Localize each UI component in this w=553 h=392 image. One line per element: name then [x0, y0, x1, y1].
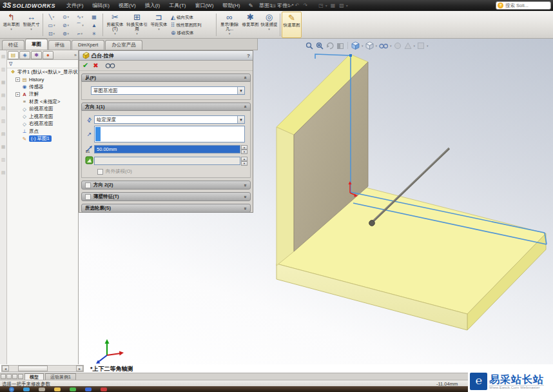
- menu-file[interactable]: 文件(F): [62, 2, 88, 9]
- menu-tools[interactable]: 工具(T): [164, 2, 190, 9]
- menu-help[interactable]: 帮助(H): [218, 2, 244, 9]
- spline-dropdown-icon[interactable]: ▾: [82, 15, 84, 19]
- draft-spinner[interactable]: ▲ ▼: [241, 157, 247, 165]
- options-dropdown-icon[interactable]: ▾: [346, 3, 348, 8]
- direction2-group-header[interactable]: 方向 2(2) »: [81, 181, 251, 190]
- select-dropdown-icon[interactable]: ▾: [325, 3, 327, 8]
- strip-icon[interactable]: ▤: [0, 128, 6, 141]
- tree-item-front-plane[interactable]: ◇ 前视基准面: [7, 106, 78, 113]
- tab-nav-first-button[interactable]: [1, 374, 6, 379]
- save-icon[interactable]: ▥: [283, 3, 288, 8]
- mirror-entities-button[interactable]: ◭镜向实体: [170, 14, 215, 21]
- slot-tool-button[interactable]: ⊡▾: [44, 30, 59, 37]
- strip-icon[interactable]: ▦: [0, 141, 6, 153]
- display-style-icon[interactable]: [365, 41, 374, 50]
- trim-dropdown-icon[interactable]: ▾: [114, 32, 116, 36]
- reverse-direction-icon[interactable]: ⇄: [84, 114, 95, 126]
- smart-dimension-button[interactable]: ↔ 智能尺寸 ▾: [21, 12, 41, 38]
- point-tool-button[interactable]: ⊚▾: [59, 30, 73, 37]
- property-manager-tab[interactable]: ◈: [19, 51, 30, 59]
- taskbar-app-icon[interactable]: [23, 387, 30, 391]
- arc-tool-button[interactable]: ⌒▾: [73, 21, 87, 29]
- extrude-direction-handle[interactable]: [371, 148, 449, 223]
- thin-feature-group-header[interactable]: 薄壁特征(T) »: [81, 192, 251, 201]
- new-document-icon[interactable]: ▢: [259, 3, 264, 8]
- tree-horizontal-scrollbar[interactable]: ◄ ►: [1, 365, 84, 372]
- expand-icon[interactable]: +: [15, 77, 20, 82]
- move-entities-button[interactable]: ⊕移动实体: [170, 29, 215, 37]
- view-orientation-icon[interactable]: [351, 41, 360, 50]
- rapid-sketch-button[interactable]: ✎ 快速草图: [282, 12, 302, 38]
- rectangle-dropdown-icon[interactable]: ▾: [53, 23, 55, 27]
- redo-icon[interactable]: ↷: [303, 3, 307, 8]
- circle-dropdown-icon[interactable]: ▾: [68, 15, 70, 19]
- menu-window[interactable]: 窗口(W): [190, 2, 218, 9]
- direction-reference-box[interactable]: [94, 126, 245, 142]
- depth-spinner[interactable]: ▲ ▼: [241, 145, 247, 153]
- exit-sketch-dropdown-icon[interactable]: ▾: [10, 27, 12, 32]
- new-dropdown-icon[interactable]: ▾: [266, 3, 268, 8]
- feature-tree-tab[interactable]: ▤: [8, 51, 19, 59]
- selected-contours-group-header[interactable]: 所选轮廓(S) »: [81, 204, 251, 213]
- scrollbar-thumb[interactable]: [18, 366, 48, 371]
- fillet-dropdown-icon[interactable]: ▾: [81, 32, 83, 35]
- repair-sketch-button[interactable]: ✱ 修复草图: [241, 12, 260, 38]
- tree-item-history[interactable]: + ▤ History: [7, 76, 78, 84]
- tab-nav-next-button[interactable]: [12, 374, 17, 379]
- exit-sketch-button[interactable]: ↰ 退出草图 ▾: [1, 12, 21, 38]
- tab-sketch[interactable]: 草图: [25, 39, 48, 50]
- strip-icon[interactable]: ▤: [0, 50, 6, 63]
- offset-dropdown-icon[interactable]: ▾: [158, 27, 160, 32]
- tree-item-top-plane[interactable]: ◇ 上视基准面: [7, 113, 78, 121]
- menu-insert[interactable]: 插入(I): [141, 2, 165, 9]
- strip-icon[interactable]: ▤: [0, 166, 6, 179]
- cancel-button[interactable]: ✖: [93, 62, 98, 69]
- tree-item-sketch1[interactable]: ✎ (-) 草图1: [7, 135, 78, 143]
- expand-chevron-icon[interactable]: »: [244, 195, 248, 198]
- sketch-base-line-1[interactable]: [351, 192, 545, 233]
- tree-item-right-plane[interactable]: ◇ 右视基准面: [7, 121, 78, 128]
- convert-dropdown-icon[interactable]: ▾: [136, 32, 138, 36]
- taskbar-app-icon[interactable]: [101, 387, 107, 391]
- arc-dropdown-icon[interactable]: ▾: [82, 23, 84, 27]
- ok-button[interactable]: ✔: [82, 61, 88, 70]
- tab-dimxpert[interactable]: DimXpert: [72, 40, 104, 50]
- draft-angle-icon[interactable]: [84, 156, 94, 166]
- pin-menu-icon[interactable]: ✎: [248, 3, 253, 9]
- spinner-down-icon[interactable]: ▼: [241, 161, 247, 166]
- text-tool-button[interactable]: ✳: [87, 30, 101, 37]
- spline-tool-button[interactable]: ∿▾: [73, 13, 87, 21]
- rectangle-tool-button[interactable]: ▭▾: [44, 21, 59, 29]
- slot-dropdown-icon[interactable]: ▾: [53, 32, 55, 35]
- tree-item-material[interactable]: ≡ 材质 <未指定>: [7, 98, 78, 106]
- taskbar-app-icon[interactable]: [85, 387, 92, 391]
- checkbox-icon[interactable]: [97, 169, 103, 175]
- panel-overflow-icon[interactable]: »: [74, 53, 77, 57]
- ellipse-tool-button[interactable]: ⊘▾: [59, 21, 73, 29]
- scroll-left-icon[interactable]: ◄: [2, 366, 9, 371]
- draft-angle-field[interactable]: [94, 157, 240, 165]
- spinner-down-icon[interactable]: ▼: [241, 150, 247, 154]
- search-input[interactable]: 搜索 Soli...: [505, 3, 529, 9]
- detailed-preview-icon[interactable]: [105, 62, 115, 69]
- taskbar-app-icon[interactable]: [70, 387, 76, 391]
- convert-entities-button[interactable]: ⊞ 转换实体引用 ▾: [126, 12, 148, 38]
- dropdown-arrow-icon[interactable]: ▼: [237, 116, 244, 123]
- view-settings-dropdown-icon[interactable]: ▾: [427, 44, 429, 48]
- quick-snaps-dropdown-icon[interactable]: ▾: [268, 27, 270, 32]
- configuration-manager-tab[interactable]: ✱: [31, 51, 42, 59]
- sketch-vertex-handle[interactable]: [349, 54, 352, 57]
- scene-dropdown-icon[interactable]: ▾: [414, 44, 416, 48]
- depth-value-field[interactable]: 50.00mm: [94, 145, 240, 153]
- tree-root-item[interactable]: ❖ 零件1 (默认<<默认>_显示状...: [7, 68, 78, 76]
- relations-dropdown-icon[interactable]: ▾: [229, 32, 231, 36]
- scene-icon[interactable]: [404, 42, 412, 50]
- plane-tool-button[interactable]: ▦: [87, 13, 101, 21]
- tree-item-origin[interactable]: ⊥ 原点: [7, 128, 78, 135]
- appearance-icon[interactable]: [394, 42, 402, 50]
- collapse-chevron-icon[interactable]: »: [244, 106, 248, 108]
- tab-nav-last-button[interactable]: [18, 374, 23, 379]
- strip-icon[interactable]: ▥: [0, 153, 6, 166]
- help-icon[interactable]: ?: [247, 53, 250, 59]
- display-manager-tab[interactable]: ●: [43, 51, 53, 59]
